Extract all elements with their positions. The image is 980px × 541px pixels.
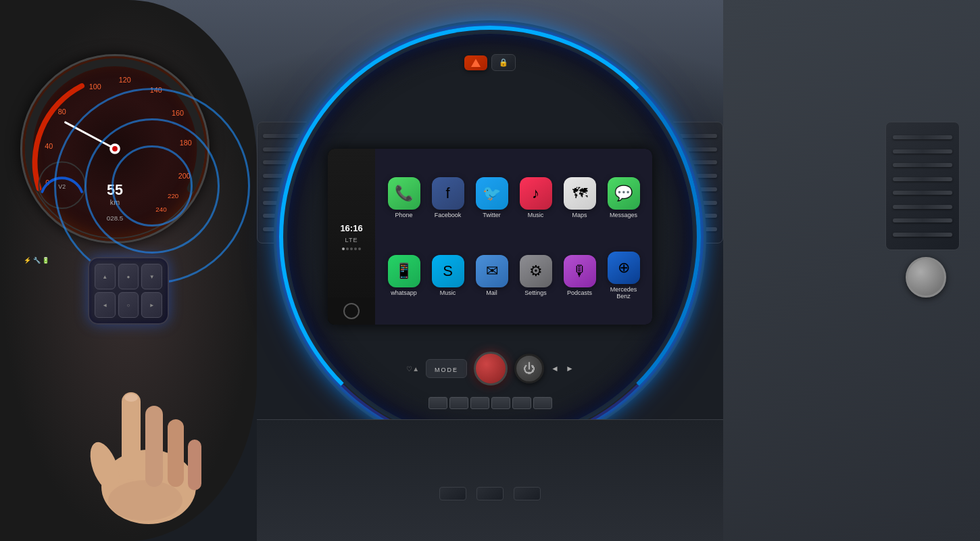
- home-circle-icon: [343, 303, 360, 319]
- preset-buttons: [428, 397, 552, 409]
- app-label-whatsapp: whatsapp: [391, 290, 417, 297]
- screen-sidebar: 16:16 LTE: [328, 149, 375, 325]
- dot-5: [358, 248, 361, 250]
- app-twitter[interactable]: 🐦 Twitter: [470, 159, 514, 237]
- app-maps[interactable]: 🗺 Maps: [558, 159, 602, 237]
- app-icon-mail: ✉: [476, 255, 508, 287]
- steer-btn-5[interactable]: ○: [118, 292, 139, 318]
- app-icon-whatsapp: 📱: [388, 255, 420, 287]
- power-button[interactable]: ⏻: [514, 354, 544, 383]
- app-phone[interactable]: 📞 Phone: [382, 159, 426, 237]
- main-scene: 0 40 80 100 120 140 160 180 200 220 240: [0, 0, 980, 541]
- vent-slat: [893, 233, 952, 237]
- right-side-panel: [723, 0, 980, 541]
- vent-slat: [893, 205, 952, 209]
- lower-dashboard-panel: [257, 419, 723, 541]
- speedo-svg: 0 40 80 100 120 140 160 180 200 220 240: [22, 56, 207, 241]
- speedometer-area: 0 40 80 100 120 140 160 180 200 220 240: [0, 0, 257, 541]
- svg-text:160: 160: [172, 109, 184, 117]
- preset-1[interactable]: [428, 397, 447, 409]
- vent-slat: [893, 177, 952, 181]
- app-messages[interactable]: 💬 Messages: [602, 159, 645, 237]
- next-button[interactable]: ►: [566, 364, 574, 373]
- app-label-music: Music: [528, 212, 544, 219]
- svg-text:100: 100: [89, 83, 101, 91]
- app-icon-phone: 📞: [388, 177, 420, 210]
- lower-center-buttons: [439, 487, 541, 500]
- bottom-controls: ♡▲ MODE ⏻ ◄ ►: [406, 352, 574, 385]
- screen-time: 16:16: [340, 223, 362, 234]
- right-far-vent: [885, 122, 960, 250]
- mode-button[interactable]: MODE: [426, 359, 467, 378]
- speedo-inner: 0 40 80 100 120 140 160 180 200 220 240: [22, 56, 207, 241]
- lower-btn-1[interactable]: [439, 487, 466, 500]
- speedometer-gauge: 0 40 80 100 120 140 160 180 200 220 240: [20, 54, 210, 243]
- app-settings[interactable]: ⚙ Settings: [514, 237, 558, 314]
- preset-6[interactable]: [533, 397, 552, 409]
- app-label-twitter: Twitter: [483, 212, 501, 219]
- steer-btn-4[interactable]: ◄: [95, 292, 116, 318]
- app-icon-twitter: 🐦: [476, 177, 508, 210]
- svg-text:80: 80: [58, 108, 66, 116]
- lower-btn-3[interactable]: [514, 487, 541, 500]
- app-icon-facebook: f: [432, 177, 464, 210]
- steer-btn-1[interactable]: ▲: [95, 264, 116, 289]
- app-icon-settings: ⚙: [520, 255, 552, 287]
- hazard-button[interactable]: [464, 55, 487, 70]
- preset-4[interactable]: [491, 397, 510, 409]
- app-label-bmw: Mercedes Benz: [606, 287, 641, 300]
- app-icon-skype: S: [432, 255, 464, 287]
- apps-grid: 📞 Phone f Facebook 🐦 Twitter ♪: [375, 149, 652, 325]
- svg-text:40: 40: [45, 142, 53, 150]
- app-label-mail: Mail: [486, 290, 497, 297]
- dot-2: [346, 248, 349, 250]
- app-music[interactable]: ♪ Music: [514, 159, 558, 237]
- app-podcasts[interactable]: 🎙 Podcasts: [558, 237, 602, 314]
- steer-btn-2[interactable]: ●: [118, 264, 139, 289]
- app-whatsapp[interactable]: 📱 whatsapp: [382, 237, 426, 314]
- circular-display-housing: 🔒 16:16 LTE: [287, 34, 693, 440]
- svg-text:180: 180: [180, 139, 192, 147]
- volume-knob[interactable]: [474, 352, 508, 385]
- app-label-maps: Maps: [572, 212, 587, 219]
- app-label-podcasts: Podcasts: [567, 290, 592, 297]
- svg-text:55: 55: [107, 183, 123, 199]
- vent-slat: [893, 149, 952, 154]
- steering-wheel-buttons: ▲ ● ▼ ◄ ○ ►: [88, 257, 169, 325]
- preset-3[interactable]: [470, 397, 489, 409]
- dot-3: [350, 248, 353, 250]
- app-label-phone: Phone: [395, 212, 412, 219]
- screen-signal: LTE: [345, 237, 358, 243]
- svg-line-12: [66, 122, 115, 149]
- vent-slat: [893, 218, 952, 222]
- siri-home-button[interactable]: [328, 298, 375, 325]
- preset-5[interactable]: [512, 397, 531, 409]
- app-icon-maps: 🗺: [564, 177, 596, 210]
- app-label-messages: Messages: [610, 212, 637, 219]
- preset-2[interactable]: [449, 397, 468, 409]
- svg-point-14: [112, 146, 118, 151]
- app-skype[interactable]: S Music: [426, 237, 470, 314]
- lock-button[interactable]: 🔒: [491, 54, 516, 71]
- svg-text:140: 140: [150, 86, 162, 94]
- app-icon-bmw: ⊕: [608, 252, 640, 284]
- app-mail[interactable]: ✉ Mail: [470, 237, 514, 314]
- mode-label: MODE: [435, 367, 458, 373]
- app-icon-messages: 💬: [608, 177, 640, 210]
- app-label-settings: Settings: [524, 290, 547, 297]
- vent-slat: [893, 163, 952, 167]
- svg-text:240: 240: [155, 206, 167, 213]
- left-controls: ♡▲: [406, 365, 419, 373]
- prev-button[interactable]: ◄: [551, 364, 559, 373]
- app-facebook[interactable]: f Facebook: [426, 159, 470, 237]
- screen-page-dots: [342, 248, 361, 250]
- app-label-skype: Music: [440, 290, 456, 297]
- steer-btn-3[interactable]: ▼: [141, 264, 162, 289]
- right-knob[interactable]: [906, 257, 946, 298]
- svg-text:120: 120: [119, 76, 131, 84]
- dot-1: [342, 248, 345, 250]
- steer-btn-6[interactable]: ►: [141, 292, 162, 318]
- app-bmw[interactable]: ⊕ Mercedes Benz: [602, 237, 645, 314]
- lower-btn-2[interactable]: [476, 487, 504, 500]
- svg-text:V2: V2: [58, 183, 66, 190]
